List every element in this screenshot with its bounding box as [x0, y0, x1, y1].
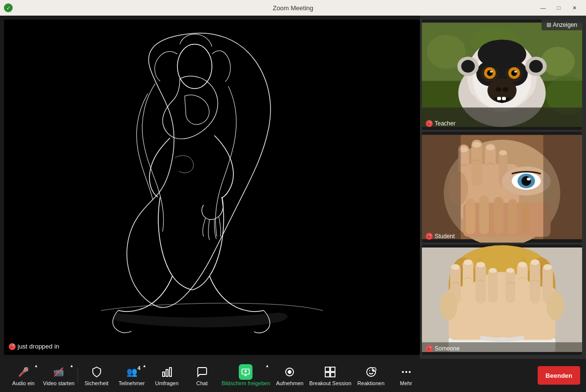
svg-rect-56	[422, 135, 461, 240]
svg-rect-70	[488, 268, 498, 303]
teacher-photo	[422, 20, 582, 130]
window-controls: — □ ✕	[535, 2, 582, 13]
svg-point-100	[402, 371, 404, 373]
svg-point-82	[506, 268, 514, 273]
record-button[interactable]: Aufnehmen	[272, 361, 307, 390]
video-chevron: ▲	[70, 364, 74, 368]
record-label: Aufnehmen	[276, 380, 303, 386]
close-button[interactable]: ✕	[566, 2, 582, 13]
svg-point-83	[518, 262, 527, 268]
svg-rect-68	[462, 260, 473, 303]
svg-point-102	[409, 371, 411, 373]
participants-label: Teilnehmer	[119, 380, 145, 386]
toolbar: ▲ 🎤 Audio ein ▲ 📹 Video starten Sicherhe…	[0, 359, 586, 392]
minimize-button[interactable]: —	[535, 2, 551, 13]
main-content: ⊞ Anzeigen	[0, 16, 586, 359]
audio-button[interactable]: ▲ 🎤 Audio ein	[6, 361, 41, 390]
restore-button[interactable]: □	[551, 2, 566, 13]
svg-rect-49	[494, 197, 503, 235]
svg-rect-51	[522, 203, 529, 235]
student-name: 🎤 Student	[426, 233, 455, 240]
svg-point-92	[288, 371, 291, 373]
svg-rect-96	[331, 372, 335, 377]
someone-photo	[422, 245, 582, 355]
svg-point-45	[527, 178, 531, 181]
student-photo	[422, 132, 582, 242]
svg-point-22	[496, 87, 502, 92]
svg-rect-47	[465, 198, 475, 235]
title-bar: ✓ Zoom Meeting — □ ✕	[0, 0, 586, 16]
breakout-icon	[323, 365, 337, 379]
someone-tile: 🎤 Someone	[422, 245, 582, 355]
chat-icon	[195, 365, 209, 379]
svg-rect-50	[508, 199, 517, 234]
security-icon: ✓	[4, 3, 13, 12]
video-button[interactable]: ▲ 📹 Video starten	[41, 361, 77, 390]
svg-point-80	[476, 262, 485, 268]
polls-icon	[160, 365, 174, 379]
someone-mic-icon: 🎤	[426, 345, 433, 352]
svg-point-77	[546, 291, 564, 320]
participants-chevron: ▲	[143, 364, 146, 368]
window-title: Zoom Meeting	[272, 4, 313, 12]
svg-rect-24	[497, 97, 501, 100]
divider-1	[78, 368, 78, 383]
svg-point-29	[529, 60, 543, 73]
video-icon: 📹	[52, 365, 65, 379]
svg-point-19	[490, 71, 493, 73]
teacher-mic-icon: 🎤	[426, 120, 433, 127]
teacher-tile: 🎤 Teacher	[422, 20, 582, 130]
polls-button[interactable]: Umfragen	[149, 361, 185, 390]
svg-point-84	[531, 259, 540, 265]
svg-rect-73	[505, 268, 515, 303]
audio-icon: 🎤	[17, 365, 30, 379]
svg-rect-48	[479, 196, 489, 235]
security-icon	[90, 365, 104, 379]
video-label: Video starten	[43, 380, 75, 386]
svg-point-101	[405, 371, 407, 373]
main-mic-off-icon: 🎤	[9, 343, 16, 350]
svg-text:+: +	[373, 369, 374, 371]
participant-count: 4	[138, 365, 141, 371]
share-screen-button[interactable]: ▲ Bildschirm freigeben	[220, 361, 272, 390]
reactions-button[interactable]: + Reaktionen	[354, 361, 389, 390]
svg-point-20	[514, 71, 517, 73]
chat-label: Chat	[196, 380, 208, 386]
breakout-label: Breakout Session	[309, 380, 351, 386]
svg-rect-46	[463, 203, 550, 237]
security-button[interactable]: Sicherheit	[79, 361, 114, 390]
svg-point-23	[502, 87, 508, 92]
svg-point-28	[461, 60, 475, 73]
audio-label: Audio ein	[12, 380, 35, 386]
anzeigen-button[interactable]: ⊞ Anzeigen	[542, 20, 582, 30]
breakout-button[interactable]: Breakout Session	[307, 361, 353, 390]
participants-icon: 👥 4	[125, 365, 139, 379]
svg-rect-74	[517, 262, 528, 303]
more-button[interactable]: Mehr	[389, 361, 424, 390]
chat-button[interactable]: Chat	[185, 361, 220, 390]
svg-point-71	[440, 291, 458, 320]
svg-point-79	[463, 259, 472, 265]
svg-point-53	[472, 142, 481, 148]
side-panel: 🎤 Teacher	[420, 16, 586, 359]
svg-rect-57	[543, 135, 582, 240]
svg-rect-95	[325, 372, 330, 377]
svg-point-54	[486, 145, 495, 151]
svg-point-85	[543, 264, 552, 270]
svg-point-55	[499, 150, 507, 155]
student-mic-icon: 🎤	[426, 233, 433, 240]
participants-button[interactable]: ▲ 👥 4 Teilnehmer	[114, 361, 149, 390]
svg-point-30	[478, 40, 526, 69]
end-meeting-button[interactable]: Beenden	[538, 366, 580, 385]
svg-rect-69	[475, 262, 486, 303]
line-art-svg	[4, 20, 420, 355]
someone-name: 🎤 Someone	[426, 345, 460, 352]
svg-rect-87	[163, 372, 165, 376]
teacher-name: 🎤 Teacher	[426, 120, 456, 127]
share-label: Bildschirm freigeben	[222, 380, 271, 386]
svg-rect-25	[502, 97, 506, 100]
more-label: Mehr	[400, 380, 412, 386]
svg-point-81	[489, 268, 497, 273]
reactions-icon: +	[364, 365, 378, 379]
svg-rect-89	[169, 368, 171, 376]
